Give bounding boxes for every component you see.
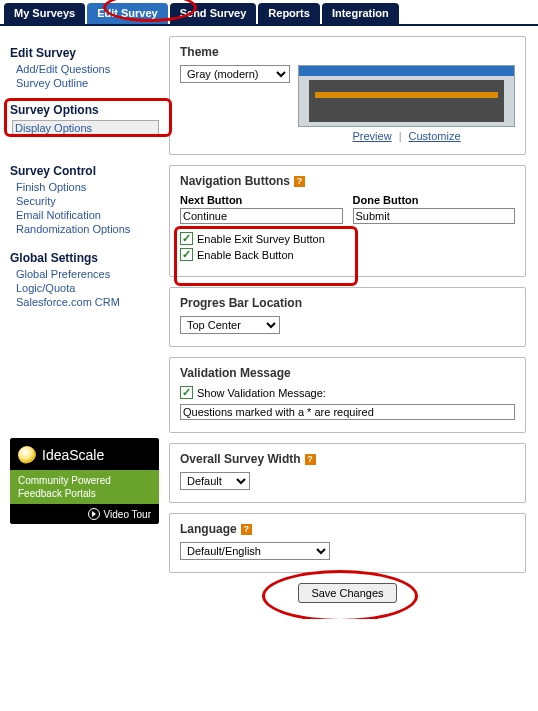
- tab-my-surveys[interactable]: My Surveys: [4, 3, 85, 24]
- tab-edit-survey[interactable]: Edit Survey: [87, 3, 168, 24]
- sidebar-link-randomization-options[interactable]: Randomization Options: [16, 223, 159, 235]
- show-validation-label: Show Validation Message:: [197, 387, 326, 399]
- enable-exit-checkbox[interactable]: [180, 232, 193, 245]
- validation-title: Validation Message: [180, 366, 515, 380]
- theme-title: Theme: [180, 45, 515, 59]
- next-button-input[interactable]: [180, 208, 343, 224]
- top-tabs: My Surveys Edit Survey Send Survey Repor…: [0, 0, 538, 26]
- play-icon: [88, 508, 100, 520]
- sidebar-heading-survey-options: Survey Options: [10, 103, 159, 117]
- panel-navigation-buttons: Navigation Buttons ? Next Button Done Bu…: [169, 165, 526, 277]
- sidebar-link-salesforce-crm[interactable]: Salesforce.com CRM: [16, 296, 159, 308]
- sidebar-link-survey-outline[interactable]: Survey Outline: [16, 77, 159, 89]
- progress-location-select[interactable]: Top Center: [180, 316, 280, 334]
- sidebar-link-global-preferences[interactable]: Global Preferences: [16, 268, 159, 280]
- sidebar-heading-survey-control: Survey Control: [10, 164, 159, 178]
- sidebar-heading-global-settings: Global Settings: [10, 251, 159, 265]
- tab-integration[interactable]: Integration: [322, 3, 399, 24]
- help-icon[interactable]: ?: [294, 176, 305, 187]
- theme-preview-thumbnail: [298, 65, 515, 127]
- width-select[interactable]: Default: [180, 472, 250, 490]
- enable-back-checkbox[interactable]: [180, 248, 193, 261]
- nav-title: Navigation Buttons: [180, 174, 290, 188]
- panel-overall-width: Overall Survey Width ? Default: [169, 443, 526, 503]
- width-title: Overall Survey Width: [180, 452, 301, 466]
- ideascale-title: IdeaScale: [42, 447, 104, 463]
- sidebar-link-display-options[interactable]: Display Options: [12, 120, 159, 136]
- enable-exit-label: Enable Exit Survey Button: [197, 233, 325, 245]
- done-button-label: Done Button: [353, 194, 516, 206]
- panel-theme: Theme Gray (modern) Preview | Customi: [169, 36, 526, 155]
- sidebar-link-security[interactable]: Security: [16, 195, 159, 207]
- theme-preview-link[interactable]: Preview: [352, 130, 391, 142]
- language-select[interactable]: Default/English: [180, 542, 330, 560]
- panel-language: Language ? Default/English: [169, 513, 526, 573]
- lightbulb-icon: [18, 446, 36, 464]
- sidebar-heading-edit-survey: Edit Survey: [10, 46, 159, 60]
- help-icon[interactable]: ?: [241, 524, 252, 535]
- done-button-input[interactable]: [353, 208, 516, 224]
- progress-title: Progres Bar Location: [180, 296, 515, 310]
- next-button-label: Next Button: [180, 194, 343, 206]
- sidebar-link-finish-options[interactable]: Finish Options: [16, 181, 159, 193]
- sidebar-link-email-notification[interactable]: Email Notification: [16, 209, 159, 221]
- ideascale-video-tour-link[interactable]: Video Tour: [10, 504, 159, 524]
- video-tour-label: Video Tour: [104, 509, 151, 520]
- tab-send-survey[interactable]: Send Survey: [170, 3, 257, 24]
- help-icon[interactable]: ?: [305, 454, 316, 465]
- show-validation-checkbox[interactable]: [180, 386, 193, 399]
- main-content: Theme Gray (modern) Preview | Customi: [165, 26, 538, 619]
- sidebar-link-add-edit-questions[interactable]: Add/Edit Questions: [16, 63, 159, 75]
- enable-back-label: Enable Back Button: [197, 249, 294, 261]
- sidebar: Edit Survey Add/Edit Questions Survey Ou…: [0, 26, 165, 534]
- panel-progress-bar: Progres Bar Location Top Center: [169, 287, 526, 347]
- theme-customize-link[interactable]: Customize: [409, 130, 461, 142]
- ideascale-promo: IdeaScale Community Powered Feedback Por…: [10, 438, 159, 524]
- language-title: Language: [180, 522, 237, 536]
- theme-select[interactable]: Gray (modern): [180, 65, 290, 83]
- validation-message-input[interactable]: [180, 404, 515, 420]
- ideascale-tagline: Community Powered Feedback Portals: [10, 470, 159, 504]
- sidebar-link-logic-quota[interactable]: Logic/Quota: [16, 282, 159, 294]
- panel-validation-message: Validation Message Show Validation Messa…: [169, 357, 526, 433]
- save-changes-button[interactable]: Save Changes: [298, 583, 396, 603]
- tab-reports[interactable]: Reports: [258, 3, 320, 24]
